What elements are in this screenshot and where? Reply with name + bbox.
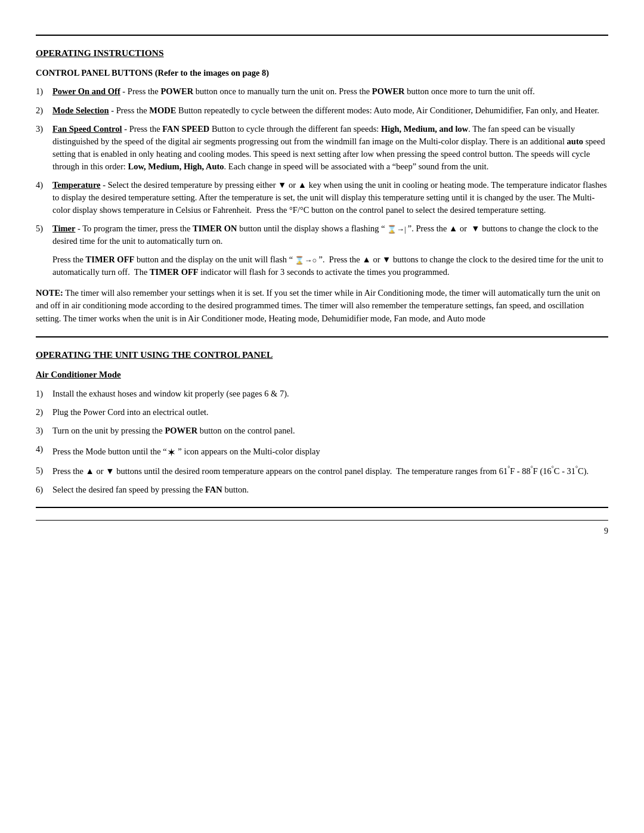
list-number: 5) xyxy=(36,222,52,235)
list-number: 4) xyxy=(36,179,52,191)
timer-off-bold2: TIMER OFF xyxy=(150,267,199,277)
timer-on-symbol: ⌛→| xyxy=(385,224,408,236)
power-on-off-label: Power On and Off xyxy=(52,86,120,96)
list-content: Timer - To program the timer, press the … xyxy=(52,222,608,247)
fan-speed-bold1: FAN SPEED xyxy=(162,124,209,134)
list-number: 3) xyxy=(36,425,52,437)
operating-unit-section: OPERATING THE UNIT USING THE CONTROL PAN… xyxy=(36,348,608,496)
operating-instructions-section: OPERATING INSTRUCTIONS CONTROL PANEL BUT… xyxy=(36,47,608,326)
fan-speed-bold2: High, Medium, and low xyxy=(381,124,468,134)
list-number: 1) xyxy=(36,85,52,98)
list-item: 2) Mode Selection - Press the MODE Butto… xyxy=(36,104,608,117)
list-item: 1) Power On and Off - Press the POWER bu… xyxy=(36,85,608,98)
timer-label: Timer xyxy=(52,224,75,233)
timer-off-paragraph: Press the TIMER OFF button and the displ… xyxy=(52,253,608,278)
mode-text: - Press the MODE Button repeatedly to cy… xyxy=(111,106,599,115)
list-content: Mode Selection - Press the MODE Button r… xyxy=(52,104,608,117)
fan-speed-label: Fan Speed Control xyxy=(52,124,122,134)
list-item: 4) Temperature - Select the desired temp… xyxy=(36,179,608,216)
list-content: Temperature - Select the desired tempera… xyxy=(52,179,608,216)
list-number: 2) xyxy=(36,104,52,117)
list-content: Press the Mode button until the “✶ ” ico… xyxy=(52,443,608,459)
air-conditioner-mode-title: Air Conditioner Mode xyxy=(36,368,608,382)
list-item: 3) Turn on the unit by pressing the POWE… xyxy=(36,425,608,437)
note-paragraph: NOTE: The timer will also remember your … xyxy=(36,287,608,326)
section2-title: OPERATING THE UNIT USING THE CONTROL PAN… xyxy=(36,348,608,361)
instructions-list: 1) Power On and Off - Press the POWER bu… xyxy=(36,85,608,247)
top-divider xyxy=(36,35,608,36)
ac-item2-text: Plug the Power Cord into an electrical o… xyxy=(52,407,209,417)
page-number: 9 xyxy=(36,520,608,537)
timer-off-symbol: ⌛→○ xyxy=(293,255,318,267)
temperature-label: Temperature xyxy=(52,180,101,190)
list-item: 5) Press the ▲ or ▼ buttons until the de… xyxy=(36,465,608,478)
list-content: Plug the Power Cord into an electrical o… xyxy=(52,406,608,419)
list-item: 2) Plug the Power Cord into an electrica… xyxy=(36,406,608,419)
air-conditioner-list: 1) Install the exhaust hoses and window … xyxy=(36,388,608,496)
list-item: 5) Timer - To program the timer, press t… xyxy=(36,222,608,247)
ac-item6-text: Select the desired fan speed by pressing… xyxy=(52,485,249,494)
power-text: - Press the POWER button once to manuall… xyxy=(122,86,535,96)
list-item: 1) Install the exhaust hoses and window … xyxy=(36,388,608,400)
list-number: 6) xyxy=(36,484,52,496)
timer-off-text1: Press the TIMER OFF button and the displ… xyxy=(52,255,603,277)
list-content: Turn on the unit by pressing the POWER b… xyxy=(52,425,608,437)
ac-item3-text: Turn on the unit by pressing the POWER b… xyxy=(52,426,295,435)
section1-title: OPERATING INSTRUCTIONS xyxy=(36,47,608,60)
timer-text: - To program the timer, press the TIMER … xyxy=(52,224,598,246)
list-content: Power On and Off - Press the POWER butto… xyxy=(52,85,608,98)
list-number: 5) xyxy=(36,465,52,477)
control-panel-subtitle: CONTROL PANEL BUTTONS (Refer to the imag… xyxy=(36,67,608,79)
mode-bold: MODE xyxy=(149,106,176,115)
list-content: Install the exhaust hoses and window kit… xyxy=(52,388,608,400)
list-item: 4) Press the Mode button until the “✶ ” … xyxy=(36,443,608,459)
power-bold2: POWER xyxy=(372,86,405,96)
timer-on-bold: TIMER ON xyxy=(193,224,237,233)
list-item: 6) Select the desired fan speed by press… xyxy=(36,484,608,496)
ac-item4-text: Press the Mode button until the “✶ ” ico… xyxy=(52,447,320,456)
speed-order-bold: Low, Medium, High, Auto xyxy=(128,162,224,171)
list-content: Select the desired fan speed by pressing… xyxy=(52,484,608,496)
fan-bold-ac: FAN xyxy=(205,485,222,494)
list-item: 3) Fan Speed Control - Press the FAN SPE… xyxy=(36,123,608,173)
power-bold1: POWER xyxy=(160,86,193,96)
list-number: 2) xyxy=(36,406,52,419)
temperature-text: - Select the desired temperature by pres… xyxy=(52,180,607,215)
mode-selection-label: Mode Selection xyxy=(52,106,109,115)
list-number: 3) xyxy=(36,123,52,135)
list-number: 4) xyxy=(36,443,52,456)
ac-item1-text: Install the exhaust hoses and window kit… xyxy=(52,389,289,398)
page-container: OPERATING INSTRUCTIONS CONTROL PANEL BUT… xyxy=(36,35,608,537)
power-bold-ac: POWER xyxy=(165,426,197,435)
list-number: 1) xyxy=(36,388,52,400)
ac-item5-text: Press the ▲ or ▼ buttons until the desir… xyxy=(52,466,589,476)
list-content: Press the ▲ or ▼ buttons until the desir… xyxy=(52,465,608,478)
snowflake-icon: ✶ xyxy=(167,445,176,460)
list-content: Fan Speed Control - Press the FAN SPEED … xyxy=(52,123,608,173)
middle-divider xyxy=(36,336,608,337)
fan-speed-text: - Press the FAN SPEED Button to cycle th… xyxy=(52,124,605,171)
timer-off-bold1: TIMER OFF xyxy=(86,255,135,264)
bottom-divider xyxy=(36,507,608,508)
note-label: NOTE: xyxy=(36,288,63,298)
auto-bold: auto xyxy=(567,137,583,146)
